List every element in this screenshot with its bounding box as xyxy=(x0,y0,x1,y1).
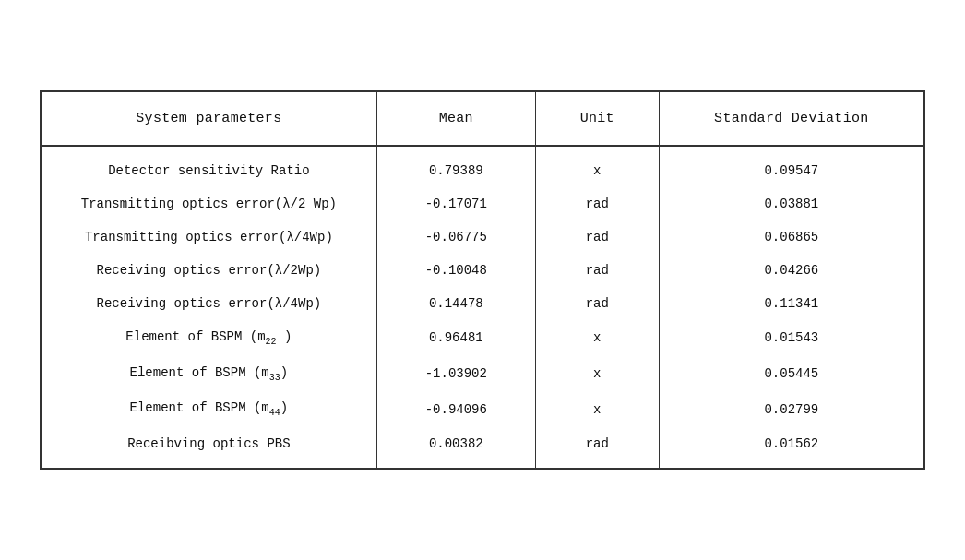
table-row: Receiving optics error(λ/2Wp)-0.10048rad… xyxy=(42,254,923,287)
cell-std: 0.06865 xyxy=(659,220,923,254)
cell-param: Element of BSPM (m22 ) xyxy=(42,320,376,356)
cell-mean: -0.10048 xyxy=(376,254,535,287)
table-row: Element of BSPM (m44)-0.94096x0.02799 xyxy=(42,391,923,427)
cell-mean: 0.00382 xyxy=(376,427,535,468)
header-std-deviation: Standard Deviation xyxy=(659,92,923,146)
header-system-parameters: System parameters xyxy=(42,92,376,146)
table-row: Element of BSPM (m33)-1.03902x0.05445 xyxy=(42,356,923,392)
cell-std: 0.02799 xyxy=(659,391,923,427)
cell-std: 0.03881 xyxy=(659,187,923,220)
cell-param: Element of BSPM (m44) xyxy=(42,391,376,427)
cell-unit: x xyxy=(535,320,659,356)
cell-param: Receiving optics error(λ/2Wp) xyxy=(42,254,376,287)
cell-mean: -0.94096 xyxy=(376,391,535,427)
cell-param: Detector sensitivity Ratio xyxy=(42,146,376,187)
table-row: Receibving optics PBS0.00382rad0.01562 xyxy=(42,427,923,468)
cell-param: Element of BSPM (m33) xyxy=(42,356,376,392)
cell-unit: rad xyxy=(535,427,659,468)
cell-param: Transmitting optics error(λ/4Wp) xyxy=(42,220,376,254)
cell-std: 0.05445 xyxy=(659,356,923,392)
cell-std: 0.01543 xyxy=(659,320,923,356)
table-row: Transmitting optics error(λ/2 Wp)-0.1707… xyxy=(42,187,923,220)
main-table-container: System parameters Mean Unit Standard Dev… xyxy=(40,90,925,470)
cell-param: Receibving optics PBS xyxy=(42,427,376,468)
header-unit: Unit xyxy=(535,92,659,146)
table-row: Receiving optics error(λ/4Wp)0.14478rad0… xyxy=(42,287,923,320)
cell-unit: rad xyxy=(535,287,659,320)
header-row: System parameters Mean Unit Standard Dev… xyxy=(42,92,923,146)
cell-mean: 0.79389 xyxy=(376,146,535,187)
table-row: Element of BSPM (m22 )0.96481x0.01543 xyxy=(42,320,923,356)
cell-mean: -0.17071 xyxy=(376,187,535,220)
cell-param: Transmitting optics error(λ/2 Wp) xyxy=(42,187,376,220)
cell-std: 0.04266 xyxy=(659,254,923,287)
cell-mean: -0.06775 xyxy=(376,220,535,254)
data-table: System parameters Mean Unit Standard Dev… xyxy=(42,92,923,468)
cell-unit: rad xyxy=(535,220,659,254)
cell-unit: rad xyxy=(535,187,659,220)
table-row: Transmitting optics error(λ/4Wp)-0.06775… xyxy=(42,220,923,254)
cell-unit: x xyxy=(535,356,659,392)
table-row: Detector sensitivity Ratio0.79389x0.0954… xyxy=(42,146,923,187)
cell-unit: x xyxy=(535,146,659,187)
cell-std: 0.09547 xyxy=(659,146,923,187)
cell-std: 0.01562 xyxy=(659,427,923,468)
cell-mean: -1.03902 xyxy=(376,356,535,392)
cell-param: Receiving optics error(λ/4Wp) xyxy=(42,287,376,320)
cell-mean: 0.14478 xyxy=(376,287,535,320)
cell-std: 0.11341 xyxy=(659,287,923,320)
header-mean: Mean xyxy=(376,92,535,146)
cell-unit: x xyxy=(535,391,659,427)
cell-mean: 0.96481 xyxy=(376,320,535,356)
cell-unit: rad xyxy=(535,254,659,287)
